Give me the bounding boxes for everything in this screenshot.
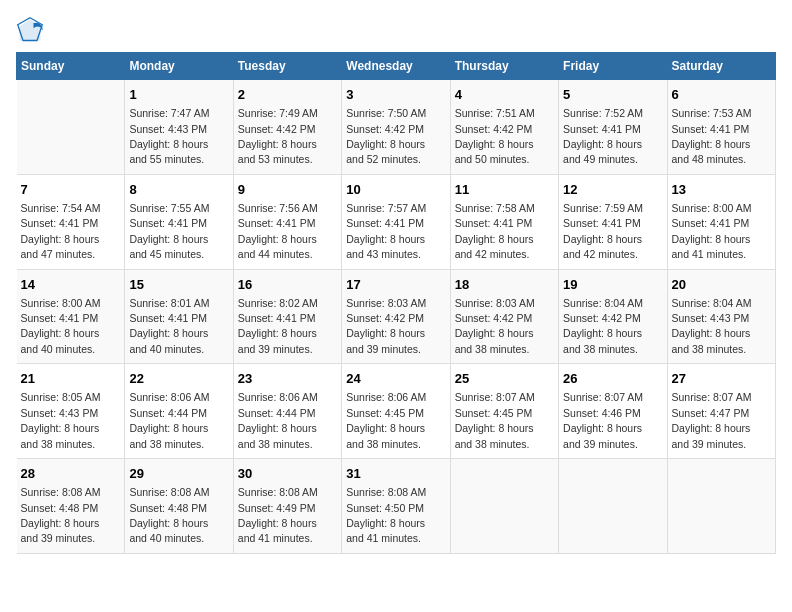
- day-number: 7: [21, 181, 121, 199]
- calendar-week-1: 1Sunrise: 7:47 AM Sunset: 4:43 PM Daylig…: [17, 80, 776, 175]
- calendar-cell: [450, 459, 558, 554]
- day-info: Sunrise: 7:50 AM Sunset: 4:42 PM Dayligh…: [346, 107, 426, 165]
- day-number: 18: [455, 276, 554, 294]
- day-info: Sunrise: 7:58 AM Sunset: 4:41 PM Dayligh…: [455, 202, 535, 260]
- calendar-cell: 21Sunrise: 8:05 AM Sunset: 4:43 PM Dayli…: [17, 364, 125, 459]
- day-number: 9: [238, 181, 337, 199]
- day-info: Sunrise: 7:52 AM Sunset: 4:41 PM Dayligh…: [563, 107, 643, 165]
- day-info: Sunrise: 7:56 AM Sunset: 4:41 PM Dayligh…: [238, 202, 318, 260]
- day-number: 8: [129, 181, 228, 199]
- day-number: 31: [346, 465, 445, 483]
- calendar-cell: 9Sunrise: 7:56 AM Sunset: 4:41 PM Daylig…: [233, 174, 341, 269]
- calendar-cell: 3Sunrise: 7:50 AM Sunset: 4:42 PM Daylig…: [342, 80, 450, 175]
- header-wednesday: Wednesday: [342, 53, 450, 80]
- calendar-cell: 16Sunrise: 8:02 AM Sunset: 4:41 PM Dayli…: [233, 269, 341, 364]
- calendar-cell: 29Sunrise: 8:08 AM Sunset: 4:48 PM Dayli…: [125, 459, 233, 554]
- calendar-cell: 11Sunrise: 7:58 AM Sunset: 4:41 PM Dayli…: [450, 174, 558, 269]
- calendar-week-4: 21Sunrise: 8:05 AM Sunset: 4:43 PM Dayli…: [17, 364, 776, 459]
- logo: [16, 16, 48, 44]
- day-info: Sunrise: 8:07 AM Sunset: 4:47 PM Dayligh…: [672, 391, 752, 449]
- calendar-cell: 17Sunrise: 8:03 AM Sunset: 4:42 PM Dayli…: [342, 269, 450, 364]
- calendar-header-row: SundayMondayTuesdayWednesdayThursdayFrid…: [17, 53, 776, 80]
- day-info: Sunrise: 8:03 AM Sunset: 4:42 PM Dayligh…: [455, 297, 535, 355]
- calendar-cell: [667, 459, 775, 554]
- day-number: 27: [672, 370, 771, 388]
- calendar-cell: 26Sunrise: 8:07 AM Sunset: 4:46 PM Dayli…: [559, 364, 667, 459]
- day-number: 4: [455, 86, 554, 104]
- day-number: 26: [563, 370, 662, 388]
- day-info: Sunrise: 8:07 AM Sunset: 4:46 PM Dayligh…: [563, 391, 643, 449]
- day-number: 14: [21, 276, 121, 294]
- day-info: Sunrise: 7:49 AM Sunset: 4:42 PM Dayligh…: [238, 107, 318, 165]
- calendar-cell: 20Sunrise: 8:04 AM Sunset: 4:43 PM Dayli…: [667, 269, 775, 364]
- calendar-cell: 25Sunrise: 8:07 AM Sunset: 4:45 PM Dayli…: [450, 364, 558, 459]
- calendar-week-3: 14Sunrise: 8:00 AM Sunset: 4:41 PM Dayli…: [17, 269, 776, 364]
- day-info: Sunrise: 8:02 AM Sunset: 4:41 PM Dayligh…: [238, 297, 318, 355]
- calendar-cell: 1Sunrise: 7:47 AM Sunset: 4:43 PM Daylig…: [125, 80, 233, 175]
- calendar-cell: 24Sunrise: 8:06 AM Sunset: 4:45 PM Dayli…: [342, 364, 450, 459]
- header-saturday: Saturday: [667, 53, 775, 80]
- day-info: Sunrise: 8:08 AM Sunset: 4:48 PM Dayligh…: [21, 486, 101, 544]
- day-info: Sunrise: 8:08 AM Sunset: 4:49 PM Dayligh…: [238, 486, 318, 544]
- day-info: Sunrise: 8:08 AM Sunset: 4:50 PM Dayligh…: [346, 486, 426, 544]
- day-info: Sunrise: 8:04 AM Sunset: 4:42 PM Dayligh…: [563, 297, 643, 355]
- calendar-week-5: 28Sunrise: 8:08 AM Sunset: 4:48 PM Dayli…: [17, 459, 776, 554]
- calendar-cell: 6Sunrise: 7:53 AM Sunset: 4:41 PM Daylig…: [667, 80, 775, 175]
- header-sunday: Sunday: [17, 53, 125, 80]
- day-info: Sunrise: 8:00 AM Sunset: 4:41 PM Dayligh…: [21, 297, 101, 355]
- day-number: 11: [455, 181, 554, 199]
- header-tuesday: Tuesday: [233, 53, 341, 80]
- calendar-cell: 13Sunrise: 8:00 AM Sunset: 4:41 PM Dayli…: [667, 174, 775, 269]
- day-number: 17: [346, 276, 445, 294]
- calendar-cell: 2Sunrise: 7:49 AM Sunset: 4:42 PM Daylig…: [233, 80, 341, 175]
- calendar-cell: 19Sunrise: 8:04 AM Sunset: 4:42 PM Dayli…: [559, 269, 667, 364]
- day-number: 25: [455, 370, 554, 388]
- day-info: Sunrise: 8:07 AM Sunset: 4:45 PM Dayligh…: [455, 391, 535, 449]
- day-number: 6: [672, 86, 771, 104]
- day-info: Sunrise: 7:55 AM Sunset: 4:41 PM Dayligh…: [129, 202, 209, 260]
- calendar-cell: 22Sunrise: 8:06 AM Sunset: 4:44 PM Dayli…: [125, 364, 233, 459]
- day-number: 30: [238, 465, 337, 483]
- day-number: 16: [238, 276, 337, 294]
- page-header: [16, 16, 776, 44]
- calendar-week-2: 7Sunrise: 7:54 AM Sunset: 4:41 PM Daylig…: [17, 174, 776, 269]
- calendar-cell: 4Sunrise: 7:51 AM Sunset: 4:42 PM Daylig…: [450, 80, 558, 175]
- day-number: 24: [346, 370, 445, 388]
- day-info: Sunrise: 8:06 AM Sunset: 4:45 PM Dayligh…: [346, 391, 426, 449]
- day-number: 21: [21, 370, 121, 388]
- logo-icon: [16, 16, 44, 44]
- calendar-cell: 18Sunrise: 8:03 AM Sunset: 4:42 PM Dayli…: [450, 269, 558, 364]
- header-friday: Friday: [559, 53, 667, 80]
- day-info: Sunrise: 8:01 AM Sunset: 4:41 PM Dayligh…: [129, 297, 209, 355]
- day-info: Sunrise: 7:47 AM Sunset: 4:43 PM Dayligh…: [129, 107, 209, 165]
- day-info: Sunrise: 8:08 AM Sunset: 4:48 PM Dayligh…: [129, 486, 209, 544]
- day-number: 20: [672, 276, 771, 294]
- header-thursday: Thursday: [450, 53, 558, 80]
- day-info: Sunrise: 7:57 AM Sunset: 4:41 PM Dayligh…: [346, 202, 426, 260]
- calendar-cell: 14Sunrise: 8:00 AM Sunset: 4:41 PM Dayli…: [17, 269, 125, 364]
- calendar-cell: 30Sunrise: 8:08 AM Sunset: 4:49 PM Dayli…: [233, 459, 341, 554]
- day-number: 5: [563, 86, 662, 104]
- calendar-cell: 10Sunrise: 7:57 AM Sunset: 4:41 PM Dayli…: [342, 174, 450, 269]
- calendar-cell: [559, 459, 667, 554]
- day-number: 1: [129, 86, 228, 104]
- calendar-cell: 12Sunrise: 7:59 AM Sunset: 4:41 PM Dayli…: [559, 174, 667, 269]
- day-number: 28: [21, 465, 121, 483]
- day-info: Sunrise: 8:03 AM Sunset: 4:42 PM Dayligh…: [346, 297, 426, 355]
- day-number: 13: [672, 181, 771, 199]
- header-monday: Monday: [125, 53, 233, 80]
- day-info: Sunrise: 8:00 AM Sunset: 4:41 PM Dayligh…: [672, 202, 752, 260]
- day-info: Sunrise: 8:05 AM Sunset: 4:43 PM Dayligh…: [21, 391, 101, 449]
- calendar-cell: 28Sunrise: 8:08 AM Sunset: 4:48 PM Dayli…: [17, 459, 125, 554]
- calendar-cell: 15Sunrise: 8:01 AM Sunset: 4:41 PM Dayli…: [125, 269, 233, 364]
- day-number: 3: [346, 86, 445, 104]
- calendar-cell: 23Sunrise: 8:06 AM Sunset: 4:44 PM Dayli…: [233, 364, 341, 459]
- calendar-table: SundayMondayTuesdayWednesdayThursdayFrid…: [16, 52, 776, 554]
- calendar-cell: 5Sunrise: 7:52 AM Sunset: 4:41 PM Daylig…: [559, 80, 667, 175]
- day-number: 12: [563, 181, 662, 199]
- day-number: 22: [129, 370, 228, 388]
- day-info: Sunrise: 8:04 AM Sunset: 4:43 PM Dayligh…: [672, 297, 752, 355]
- day-info: Sunrise: 7:51 AM Sunset: 4:42 PM Dayligh…: [455, 107, 535, 165]
- day-number: 29: [129, 465, 228, 483]
- day-info: Sunrise: 7:59 AM Sunset: 4:41 PM Dayligh…: [563, 202, 643, 260]
